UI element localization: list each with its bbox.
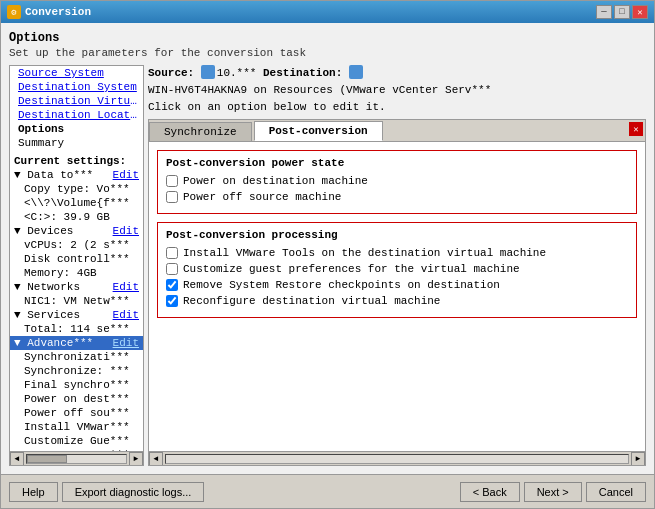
advanced-label: ▼ Advance*** <box>14 337 93 349</box>
volume-path: <\\?\Volume{f*** <box>10 196 143 210</box>
page-title: Options <box>9 31 646 45</box>
tab-close-button[interactable]: ✕ <box>629 122 643 136</box>
advanced-edit[interactable]: Edit <box>113 337 139 349</box>
left-nav-panel: Source System Destination System Destina… <box>9 65 144 466</box>
processing-title: Post-conversion processing <box>166 229 628 241</box>
devices-label: ▼ Devices <box>14 225 73 237</box>
source-dest-bar: Source: 10.*** Destination: WIN-HV6T4HAK… <box>148 65 646 98</box>
data-to-label: ▼ Data to*** <box>14 169 93 181</box>
networks-edit[interactable]: Edit <box>113 281 139 293</box>
services-label: ▼ Services <box>14 309 80 321</box>
tab-content: Post-conversion power state Power on des… <box>149 142 645 451</box>
power-off-source-checkbox[interactable] <box>166 191 178 203</box>
bottom-nav: Help Export diagnostic logs... < Back Ne… <box>1 474 654 508</box>
nav-destination-system[interactable]: Destination System <box>10 80 143 94</box>
export-button[interactable]: Export diagnostic logs... <box>62 482 205 502</box>
right-panel: Source: 10.*** Destination: WIN-HV6T4HAK… <box>148 65 646 466</box>
close-button[interactable]: ✕ <box>632 5 648 19</box>
title-buttons: ─ □ ✕ <box>596 5 648 19</box>
main-window: ⚙ Conversion ─ □ ✕ Options Set up the pa… <box>0 0 655 509</box>
right-panel-scrollbar[interactable]: ◄ ► <box>149 451 645 465</box>
install-vmware-nav: Install VMwar*** <box>10 420 143 434</box>
tab-synchronize[interactable]: Synchronize <box>149 122 252 141</box>
customize-guest-checkbox[interactable] <box>166 263 178 275</box>
nav-destination-virtual[interactable]: Destination Virtual M <box>10 94 143 108</box>
right-scroll-left-arrow[interactable]: ◄ <box>149 452 163 466</box>
nav-options[interactable]: Options <box>10 122 143 136</box>
app-icon: ⚙ <box>7 5 21 19</box>
maximize-button[interactable]: □ <box>614 5 630 19</box>
source-label: Source: <box>148 65 201 82</box>
source-icon <box>201 65 215 79</box>
power-on-dest-checkbox[interactable] <box>166 175 178 187</box>
remove-restore-checkbox[interactable] <box>166 279 178 291</box>
nic1: NIC1: VM Netw*** <box>10 294 143 308</box>
dest-icon <box>349 65 363 79</box>
next-button[interactable]: Next > <box>524 482 582 502</box>
copy-type: Copy type: Vo*** <box>10 182 143 196</box>
networks-label: ▼ Networks <box>14 281 80 293</box>
tab-bar: Synchronize Post-conversion ✕ <box>149 120 645 142</box>
right-horiz-track[interactable] <box>165 454 629 464</box>
scroll-left-arrow[interactable]: ◄ <box>10 452 24 466</box>
help-button[interactable]: Help <box>9 482 58 502</box>
power-state-section: Post-conversion power state Power on des… <box>157 150 637 214</box>
minimize-button[interactable]: ─ <box>596 5 612 19</box>
right-scroll-right-arrow[interactable]: ► <box>631 452 645 466</box>
header-section: Options Set up the parameters for the co… <box>9 31 646 59</box>
drive-c: <C:>: 39.9 GB <box>10 210 143 224</box>
content-area: Options Set up the parameters for the co… <box>1 23 654 474</box>
tab-post-conversion[interactable]: Post-conversion <box>254 121 383 141</box>
click-hint: Click on an option below to edit it. <box>148 101 646 113</box>
title-bar: ⚙ Conversion ─ □ ✕ <box>1 1 654 23</box>
left-panel-scrollbar[interactable]: ◄ ► <box>10 451 143 465</box>
left-nav-content: Source System Destination System Destina… <box>10 66 143 451</box>
power-off-src-nav: Power off sou*** <box>10 406 143 420</box>
dest-label: Destination: <box>256 65 348 82</box>
sync-2: Synchronize: *** <box>10 364 143 378</box>
customize-guest-row: Customize guest preferences for the virt… <box>166 263 628 275</box>
reconfigure-dest-row: Reconfigure destination virtual machine <box>166 295 628 307</box>
cancel-button[interactable]: Cancel <box>586 482 646 502</box>
reconfigure-dest-checkbox[interactable] <box>166 295 178 307</box>
bottom-nav-right: < Back Next > Cancel <box>460 482 646 502</box>
services-edit[interactable]: Edit <box>113 309 139 321</box>
data-to-section: ▼ Data to*** Edit <box>10 168 143 182</box>
window-title: Conversion <box>25 6 91 18</box>
horiz-scroll-thumb <box>27 455 67 463</box>
advanced-section: ▼ Advance*** Edit <box>10 336 143 350</box>
page-description: Set up the parameters for the conversion… <box>9 47 646 59</box>
title-bar-left: ⚙ Conversion <box>7 5 91 19</box>
vcpus: vCPUs: 2 (2 s*** <box>10 238 143 252</box>
back-button[interactable]: < Back <box>460 482 520 502</box>
customize-guest-label: Customize guest preferences for the virt… <box>183 263 520 275</box>
nav-source-system[interactable]: Source System <box>10 66 143 80</box>
power-off-source-row: Power off source machine <box>166 191 628 203</box>
services-section: ▼ Services Edit <box>10 308 143 322</box>
install-vmware-checkbox[interactable] <box>166 247 178 259</box>
power-on-dest-nav: Power on dest*** <box>10 392 143 406</box>
processing-section: Post-conversion processing Install VMwar… <box>157 222 637 318</box>
install-vmware-row: Install VMware Tools on the destination … <box>166 247 628 259</box>
remove-restore-row: Remove System Restore checkpoints on des… <box>166 279 628 291</box>
bottom-nav-left: Help Export diagnostic logs... <box>9 482 204 502</box>
tab-spacer <box>385 120 629 141</box>
remove-restore-label: Remove System Restore checkpoints on des… <box>183 279 500 291</box>
source-value: 10.*** <box>217 65 257 82</box>
customize-gue-nav: Customize Gue*** <box>10 434 143 448</box>
power-on-dest-row: Power on destination machine <box>166 175 628 187</box>
power-off-source-label: Power off source machine <box>183 191 341 203</box>
nav-destination-location[interactable]: Destination Location <box>10 108 143 122</box>
main-panels: Source System Destination System Destina… <box>9 65 646 466</box>
tab-container: Synchronize Post-conversion ✕ Post-conve… <box>148 119 646 466</box>
devices-edit[interactable]: Edit <box>113 225 139 237</box>
scroll-right-arrow[interactable]: ► <box>129 452 143 466</box>
reconfigure-dest-label: Reconfigure destination virtual machine <box>183 295 440 307</box>
networks-section: ▼ Networks Edit <box>10 280 143 294</box>
nav-summary[interactable]: Summary <box>10 136 143 150</box>
sync-1: Synchronizati*** <box>10 350 143 364</box>
horiz-scroll-track[interactable] <box>26 454 127 464</box>
power-state-title: Post-conversion power state <box>166 157 628 169</box>
devices-section: ▼ Devices Edit <box>10 224 143 238</box>
data-to-edit[interactable]: Edit <box>113 169 139 181</box>
